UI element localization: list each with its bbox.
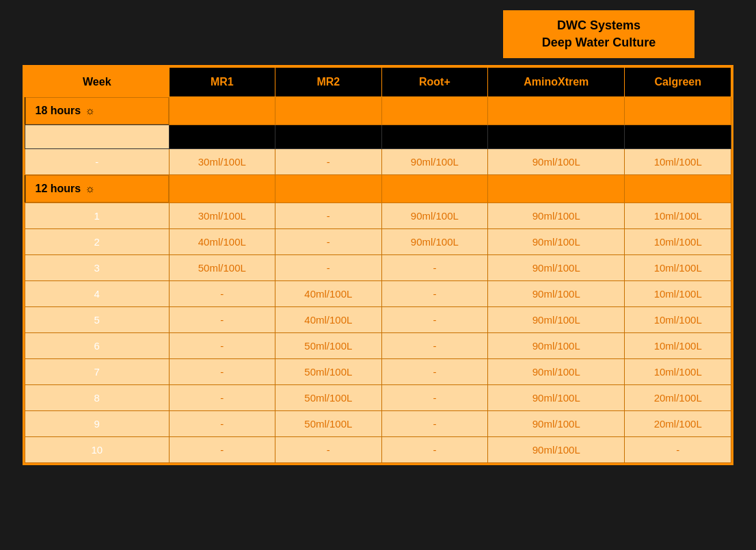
cell-rootplus-0-0: 90ml/100L [381,149,488,175]
cell-mr2-1-9: - [275,437,382,463]
cell-calgreen-1-3: 10ml/100L [625,281,731,307]
cell-mr2-1-5: 50ml/100L [275,333,382,359]
cell-calgreen-1-5: 10ml/100L [625,333,731,359]
cell-calgreen-0-0: 10ml/100L [625,149,731,175]
cell-week-1-5: 6 [25,333,170,359]
empty-row-0 [25,125,731,149]
cell-week-0-0: - [25,149,170,175]
cell-mr1-1-4: - [169,307,275,333]
cell-mr1-1-3: - [169,281,275,307]
cell-mr2-1-6: 50ml/100L [275,359,382,385]
cell-mr2-1-4: 40ml/100L [275,307,382,333]
cell-aminoxtrem-1-7: 90ml/100L [488,385,625,411]
cell-week-1-4: 5 [25,307,170,333]
section-header-0: 18 hours ☼ [25,97,731,125]
cell-aminoxtrem-1-3: 90ml/100L [488,281,625,307]
cell-aminoxtrem-1-8: 90ml/100L [488,411,625,437]
data-row-0-0: -30ml/100L-90ml/100L90ml/100L10ml/100L [25,149,731,175]
cell-rootplus-1-4: - [381,307,488,333]
col-rootplus: Root+ [381,68,488,97]
cell-aminoxtrem-1-4: 90ml/100L [488,307,625,333]
cell-mr2-1-8: 50ml/100L [275,411,382,437]
section-header-1: 12 hours ☼ [25,175,731,203]
cell-calgreen-1-1: 10ml/100L [625,229,731,255]
header-line2: Deep Water Culture [524,34,674,51]
section-label-1: 12 hours ☼ [25,175,169,202]
data-row-1-0: 130ml/100L-90ml/100L90ml/100L10ml/100L [25,203,731,229]
col-mr1: MR1 [169,68,275,97]
cell-calgreen-1-8: 20ml/100L [625,411,731,437]
cell-week-1-9: 10 [25,437,170,463]
data-row-1-9: 10---90ml/100L- [25,437,731,463]
cell-aminoxtrem-1-1: 90ml/100L [488,229,625,255]
data-row-1-3: 4-40ml/100L-90ml/100L10ml/100L [25,281,731,307]
col-aminoxtrem: AminoXtrem [488,68,625,97]
cell-calgreen-1-0: 10ml/100L [625,203,731,229]
cell-aminoxtrem-1-2: 90ml/100L [488,255,625,281]
col-mr2: MR2 [275,68,382,97]
cell-mr1-1-8: - [169,411,275,437]
data-row-1-2: 350ml/100L--90ml/100L10ml/100L [25,255,731,281]
cell-mr2-1-2: - [275,255,382,281]
header-banner: DWC Systems Deep Water Culture [503,10,694,58]
data-row-1-7: 8-50ml/100L-90ml/100L20ml/100L [25,385,731,411]
dosage-table: Week MR1 MR2 Root+ AminoXtrem Calgreen 1… [25,67,731,463]
cell-rootplus-1-1: 90ml/100L [381,229,488,255]
cell-week-1-7: 8 [25,385,170,411]
cell-aminoxtrem-1-5: 90ml/100L [488,333,625,359]
cell-week-1-3: 4 [25,281,170,307]
cell-rootplus-1-7: - [381,385,488,411]
cell-week-1-6: 7 [25,359,170,385]
cell-aminoxtrem-1-9: 90ml/100L [488,437,625,463]
col-week: Week [25,68,170,97]
cell-mr2-1-1: - [275,229,382,255]
cell-rootplus-1-2: - [381,255,488,281]
data-row-1-6: 7-50ml/100L-90ml/100L10ml/100L [25,359,731,385]
cell-mr1-1-2: 50ml/100L [169,255,275,281]
main-table-wrapper: Week MR1 MR2 Root+ AminoXtrem Calgreen 1… [23,65,733,465]
cell-mr1-1-5: - [169,333,275,359]
data-row-1-4: 5-40ml/100L-90ml/100L10ml/100L [25,307,731,333]
table-header-row: Week MR1 MR2 Root+ AminoXtrem Calgreen [25,68,731,97]
cell-mr1-1-0: 30ml/100L [169,203,275,229]
cell-aminoxtrem-1-6: 90ml/100L [488,359,625,385]
data-row-1-8: 9-50ml/100L-90ml/100L20ml/100L [25,411,731,437]
cell-aminoxtrem-1-0: 90ml/100L [488,203,625,229]
data-row-1-5: 6-50ml/100L-90ml/100L10ml/100L [25,333,731,359]
cell-calgreen-1-2: 10ml/100L [625,255,731,281]
data-row-1-1: 240ml/100L-90ml/100L90ml/100L10ml/100L [25,229,731,255]
cell-calgreen-1-7: 20ml/100L [625,385,731,411]
cell-mr1-1-6: - [169,359,275,385]
cell-week-1-2: 3 [25,255,170,281]
cell-rootplus-1-5: - [381,333,488,359]
cell-calgreen-1-6: 10ml/100L [625,359,731,385]
cell-week-1-8: 9 [25,411,170,437]
cell-mr2-1-3: 40ml/100L [275,281,382,307]
cell-mr2-1-0: - [275,203,382,229]
cell-mr1-1-1: 40ml/100L [169,229,275,255]
cell-mr1-1-7: - [169,385,275,411]
cell-calgreen-1-4: 10ml/100L [625,307,731,333]
col-calgreen: Calgreen [625,68,731,97]
cell-mr2-0-0: - [275,149,382,175]
cell-calgreen-1-9: - [625,437,731,463]
cell-rootplus-1-3: - [381,281,488,307]
header-line1: DWC Systems [524,17,674,34]
cell-aminoxtrem-0-0: 90ml/100L [488,149,625,175]
cell-rootplus-1-0: 90ml/100L [381,203,488,229]
cell-rootplus-1-6: - [381,359,488,385]
cell-week-1-1: 2 [25,229,170,255]
cell-week-1-0: 1 [25,203,170,229]
section-label-0: 18 hours ☼ [25,97,169,125]
cell-rootplus-1-9: - [381,437,488,463]
cell-mr1-0-0: 30ml/100L [169,149,275,175]
cell-rootplus-1-8: - [381,411,488,437]
cell-mr2-1-7: 50ml/100L [275,385,382,411]
cell-mr1-1-9: - [169,437,275,463]
